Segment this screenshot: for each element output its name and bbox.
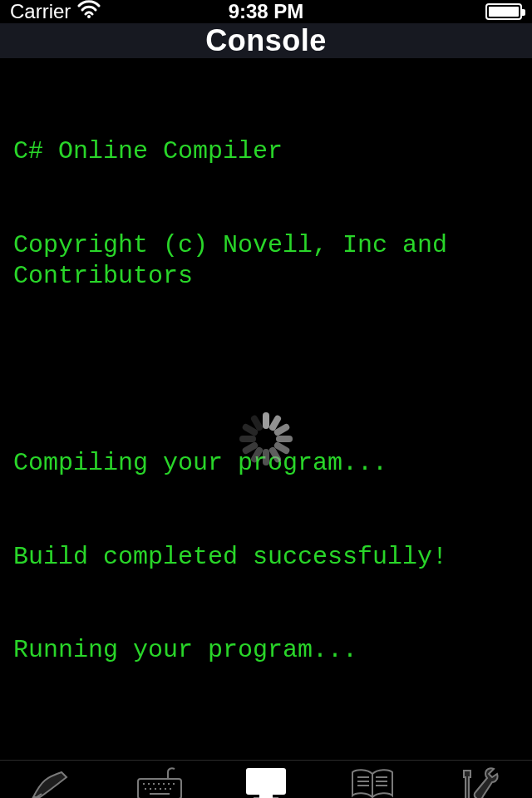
keyboard-icon	[135, 761, 185, 798]
compose-icon	[30, 761, 76, 798]
battery-icon	[485, 3, 522, 20]
book-icon	[347, 761, 397, 798]
console-output: C# Online Compiler Copyright (c) Novell,…	[0, 59, 532, 760]
tools-icon	[457, 761, 500, 798]
console-line	[13, 355, 519, 387]
tab-settings[interactable]: Settings	[426, 761, 532, 798]
tab-source[interactable]: Source	[0, 761, 106, 798]
status-bar: Carrier 9:38 PM	[0, 0, 532, 23]
wifi-icon	[77, 0, 101, 23]
nav-header: Console	[0, 23, 532, 59]
carrier-text: Carrier	[10, 0, 71, 23]
loading-spinner-icon	[239, 412, 293, 466]
page-title: Console	[205, 23, 327, 58]
status-left: Carrier	[10, 0, 101, 23]
svg-rect-20	[260, 794, 272, 797]
console-line: Copyright (c) Novell, Inc and Contributo…	[13, 230, 519, 293]
console-line: C# Online Compiler	[13, 136, 519, 168]
svg-point-0	[87, 15, 91, 18]
tab-input[interactable]: Input	[106, 761, 213, 798]
status-right	[485, 3, 522, 20]
console-line: Build completed successfully!	[13, 542, 519, 574]
tab-reference[interactable]: Reference	[319, 761, 426, 798]
